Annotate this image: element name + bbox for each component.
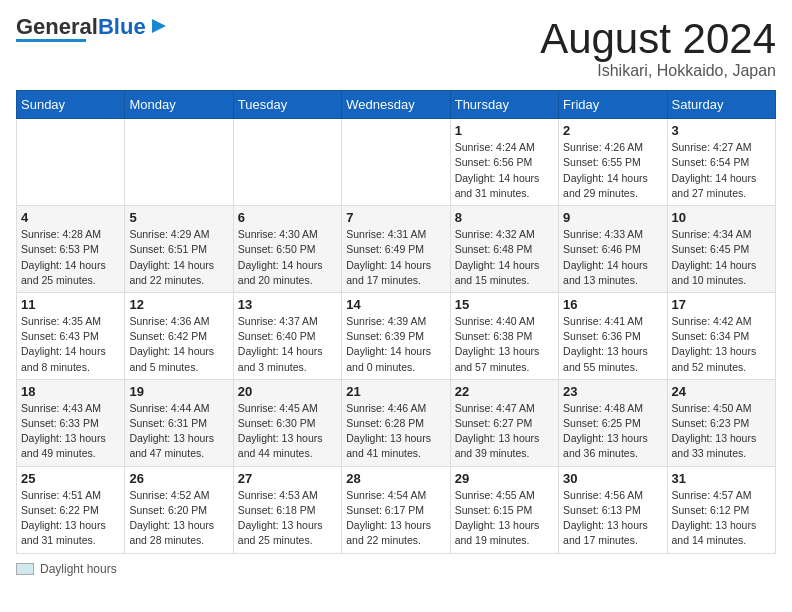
- calendar-weekday-header: Wednesday: [342, 91, 450, 119]
- cell-info: Sunrise: 4:47 AM Sunset: 6:27 PM Dayligh…: [455, 401, 554, 462]
- day-number: 12: [129, 297, 228, 312]
- cell-info: Sunrise: 4:48 AM Sunset: 6:25 PM Dayligh…: [563, 401, 662, 462]
- day-number: 2: [563, 123, 662, 138]
- calendar-week-row: 1Sunrise: 4:24 AM Sunset: 6:56 PM Daylig…: [17, 119, 776, 206]
- calendar-cell: 2Sunrise: 4:26 AM Sunset: 6:55 PM Daylig…: [559, 119, 667, 206]
- calendar-cell: 16Sunrise: 4:41 AM Sunset: 6:36 PM Dayli…: [559, 292, 667, 379]
- calendar-cell: 18Sunrise: 4:43 AM Sunset: 6:33 PM Dayli…: [17, 379, 125, 466]
- calendar-weekday-header: Sunday: [17, 91, 125, 119]
- calendar-cell: 9Sunrise: 4:33 AM Sunset: 6:46 PM Daylig…: [559, 206, 667, 293]
- legend-label: Daylight hours: [40, 562, 117, 576]
- calendar-header-row: SundayMondayTuesdayWednesdayThursdayFrid…: [17, 91, 776, 119]
- day-number: 14: [346, 297, 445, 312]
- calendar-cell: 22Sunrise: 4:47 AM Sunset: 6:27 PM Dayli…: [450, 379, 558, 466]
- day-number: 16: [563, 297, 662, 312]
- logo-blue: Blue: [98, 14, 146, 39]
- cell-info: Sunrise: 4:43 AM Sunset: 6:33 PM Dayligh…: [21, 401, 120, 462]
- day-number: 9: [563, 210, 662, 225]
- calendar-cell: 8Sunrise: 4:32 AM Sunset: 6:48 PM Daylig…: [450, 206, 558, 293]
- day-number: 31: [672, 471, 771, 486]
- calendar-weekday-header: Tuesday: [233, 91, 341, 119]
- day-number: 6: [238, 210, 337, 225]
- logo-general: General: [16, 14, 98, 39]
- day-number: 22: [455, 384, 554, 399]
- calendar-cell: 30Sunrise: 4:56 AM Sunset: 6:13 PM Dayli…: [559, 466, 667, 553]
- day-number: 1: [455, 123, 554, 138]
- cell-info: Sunrise: 4:33 AM Sunset: 6:46 PM Dayligh…: [563, 227, 662, 288]
- month-title: August 2024: [540, 16, 776, 62]
- cell-info: Sunrise: 4:29 AM Sunset: 6:51 PM Dayligh…: [129, 227, 228, 288]
- day-number: 19: [129, 384, 228, 399]
- cell-info: Sunrise: 4:26 AM Sunset: 6:55 PM Dayligh…: [563, 140, 662, 201]
- calendar-cell: [17, 119, 125, 206]
- page-header: GeneralBlue August 2024 Ishikari, Hokkai…: [16, 16, 776, 80]
- calendar-cell: 23Sunrise: 4:48 AM Sunset: 6:25 PM Dayli…: [559, 379, 667, 466]
- cell-info: Sunrise: 4:44 AM Sunset: 6:31 PM Dayligh…: [129, 401, 228, 462]
- cell-info: Sunrise: 4:30 AM Sunset: 6:50 PM Dayligh…: [238, 227, 337, 288]
- calendar-cell: 13Sunrise: 4:37 AM Sunset: 6:40 PM Dayli…: [233, 292, 341, 379]
- calendar-cell: 21Sunrise: 4:46 AM Sunset: 6:28 PM Dayli…: [342, 379, 450, 466]
- cell-info: Sunrise: 4:56 AM Sunset: 6:13 PM Dayligh…: [563, 488, 662, 549]
- title-block: August 2024 Ishikari, Hokkaido, Japan: [540, 16, 776, 80]
- cell-info: Sunrise: 4:45 AM Sunset: 6:30 PM Dayligh…: [238, 401, 337, 462]
- cell-info: Sunrise: 4:39 AM Sunset: 6:39 PM Dayligh…: [346, 314, 445, 375]
- cell-info: Sunrise: 4:42 AM Sunset: 6:34 PM Dayligh…: [672, 314, 771, 375]
- calendar-cell: 14Sunrise: 4:39 AM Sunset: 6:39 PM Dayli…: [342, 292, 450, 379]
- calendar-cell: 25Sunrise: 4:51 AM Sunset: 6:22 PM Dayli…: [17, 466, 125, 553]
- day-number: 20: [238, 384, 337, 399]
- day-number: 8: [455, 210, 554, 225]
- calendar-table: SundayMondayTuesdayWednesdayThursdayFrid…: [16, 90, 776, 553]
- day-number: 10: [672, 210, 771, 225]
- day-number: 21: [346, 384, 445, 399]
- calendar-week-row: 11Sunrise: 4:35 AM Sunset: 6:43 PM Dayli…: [17, 292, 776, 379]
- legend: Daylight hours: [16, 562, 776, 576]
- cell-info: Sunrise: 4:24 AM Sunset: 6:56 PM Dayligh…: [455, 140, 554, 201]
- calendar-cell: [233, 119, 341, 206]
- calendar-cell: 6Sunrise: 4:30 AM Sunset: 6:50 PM Daylig…: [233, 206, 341, 293]
- calendar-cell: 19Sunrise: 4:44 AM Sunset: 6:31 PM Dayli…: [125, 379, 233, 466]
- calendar-cell: [342, 119, 450, 206]
- cell-info: Sunrise: 4:31 AM Sunset: 6:49 PM Dayligh…: [346, 227, 445, 288]
- day-number: 30: [563, 471, 662, 486]
- cell-info: Sunrise: 4:34 AM Sunset: 6:45 PM Dayligh…: [672, 227, 771, 288]
- calendar-cell: 5Sunrise: 4:29 AM Sunset: 6:51 PM Daylig…: [125, 206, 233, 293]
- calendar-cell: 3Sunrise: 4:27 AM Sunset: 6:54 PM Daylig…: [667, 119, 775, 206]
- calendar-cell: 28Sunrise: 4:54 AM Sunset: 6:17 PM Dayli…: [342, 466, 450, 553]
- cell-info: Sunrise: 4:51 AM Sunset: 6:22 PM Dayligh…: [21, 488, 120, 549]
- cell-info: Sunrise: 4:32 AM Sunset: 6:48 PM Dayligh…: [455, 227, 554, 288]
- calendar-weekday-header: Friday: [559, 91, 667, 119]
- cell-info: Sunrise: 4:37 AM Sunset: 6:40 PM Dayligh…: [238, 314, 337, 375]
- cell-info: Sunrise: 4:35 AM Sunset: 6:43 PM Dayligh…: [21, 314, 120, 375]
- day-number: 23: [563, 384, 662, 399]
- logo-arrow-icon: [148, 15, 170, 37]
- calendar-cell: 12Sunrise: 4:36 AM Sunset: 6:42 PM Dayli…: [125, 292, 233, 379]
- day-number: 24: [672, 384, 771, 399]
- day-number: 26: [129, 471, 228, 486]
- calendar-cell: 31Sunrise: 4:57 AM Sunset: 6:12 PM Dayli…: [667, 466, 775, 553]
- cell-info: Sunrise: 4:46 AM Sunset: 6:28 PM Dayligh…: [346, 401, 445, 462]
- cell-info: Sunrise: 4:50 AM Sunset: 6:23 PM Dayligh…: [672, 401, 771, 462]
- day-number: 29: [455, 471, 554, 486]
- calendar-cell: 17Sunrise: 4:42 AM Sunset: 6:34 PM Dayli…: [667, 292, 775, 379]
- day-number: 28: [346, 471, 445, 486]
- cell-info: Sunrise: 4:27 AM Sunset: 6:54 PM Dayligh…: [672, 140, 771, 201]
- cell-info: Sunrise: 4:36 AM Sunset: 6:42 PM Dayligh…: [129, 314, 228, 375]
- cell-info: Sunrise: 4:40 AM Sunset: 6:38 PM Dayligh…: [455, 314, 554, 375]
- calendar-cell: 27Sunrise: 4:53 AM Sunset: 6:18 PM Dayli…: [233, 466, 341, 553]
- calendar-cell: 4Sunrise: 4:28 AM Sunset: 6:53 PM Daylig…: [17, 206, 125, 293]
- cell-info: Sunrise: 4:28 AM Sunset: 6:53 PM Dayligh…: [21, 227, 120, 288]
- day-number: 25: [21, 471, 120, 486]
- cell-info: Sunrise: 4:55 AM Sunset: 6:15 PM Dayligh…: [455, 488, 554, 549]
- calendar-cell: 1Sunrise: 4:24 AM Sunset: 6:56 PM Daylig…: [450, 119, 558, 206]
- calendar-week-row: 18Sunrise: 4:43 AM Sunset: 6:33 PM Dayli…: [17, 379, 776, 466]
- day-number: 15: [455, 297, 554, 312]
- cell-info: Sunrise: 4:52 AM Sunset: 6:20 PM Dayligh…: [129, 488, 228, 549]
- calendar-cell: [125, 119, 233, 206]
- day-number: 13: [238, 297, 337, 312]
- logo-text: GeneralBlue: [16, 16, 146, 38]
- calendar-cell: 20Sunrise: 4:45 AM Sunset: 6:30 PM Dayli…: [233, 379, 341, 466]
- cell-info: Sunrise: 4:53 AM Sunset: 6:18 PM Dayligh…: [238, 488, 337, 549]
- day-number: 3: [672, 123, 771, 138]
- legend-color-box: [16, 563, 34, 575]
- location: Ishikari, Hokkaido, Japan: [540, 62, 776, 80]
